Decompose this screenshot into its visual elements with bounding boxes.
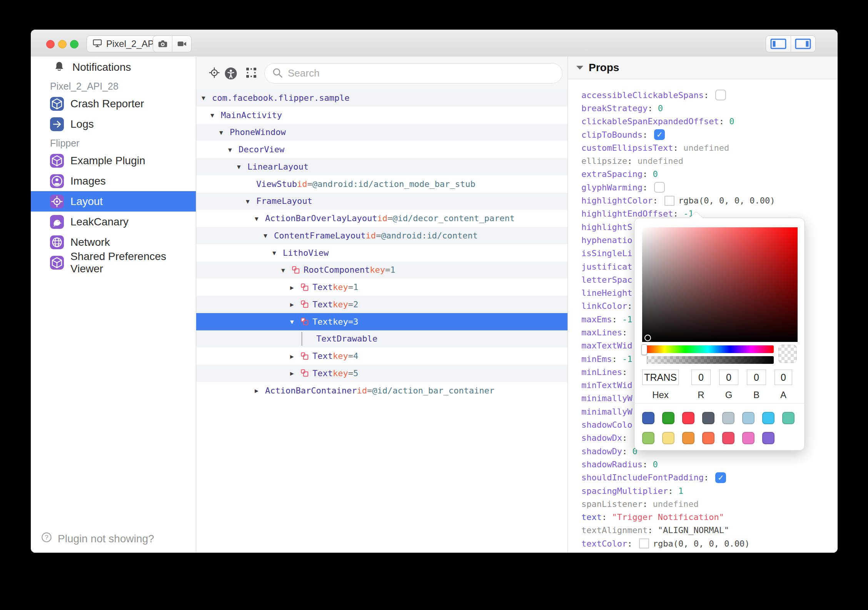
preset-color-swatch[interactable] (642, 412, 654, 424)
chevron-down-icon[interactable]: ▾ (237, 162, 247, 171)
sidebar-item-layout[interactable]: Layout (31, 191, 196, 212)
prop-checkbox-unchecked[interactable] (654, 182, 665, 193)
hue-slider-handle[interactable] (641, 344, 647, 355)
prop-checkbox-checked[interactable]: ✓ (654, 129, 665, 140)
element-name: Text (312, 282, 333, 292)
tree-row-decorview[interactable]: ▾DecorView (196, 141, 568, 158)
hue-slider[interactable] (642, 345, 774, 353)
sidebar-item-shared-preferences-viewer[interactable]: Shared Preferences Viewer (31, 252, 196, 273)
chevron-down-icon[interactable]: ▾ (281, 266, 292, 274)
zoom-window-button[interactable] (70, 40, 78, 48)
tree-row-phonewindow[interactable]: ▾PhoneWindow (196, 124, 568, 141)
tree-row-lithoview[interactable]: ▾LithoView (196, 244, 568, 262)
tree-row-text[interactable]: ▸Text key=5 (196, 365, 568, 382)
chevron-down-icon[interactable]: ▾ (272, 248, 283, 257)
preset-color-swatch[interactable] (682, 432, 694, 444)
preset-color-swatch[interactable] (762, 412, 775, 424)
select-element-button[interactable] (245, 67, 257, 80)
tree-row-text[interactable]: ▸Text key=4 (196, 347, 568, 365)
preset-color-swatch[interactable] (662, 412, 674, 424)
sidebar-item-crash-reporter[interactable]: Crash Reporter (31, 93, 196, 114)
sidebar-item-images[interactable]: Images (31, 171, 196, 191)
minimize-window-button[interactable] (58, 40, 67, 48)
chevron-right-icon[interactable]: ▸ (255, 386, 265, 395)
preset-color-swatch[interactable] (702, 412, 714, 424)
tree-row-textdrawable[interactable]: TextDrawable (196, 330, 568, 348)
sidebar-item-logs[interactable]: Logs (31, 114, 196, 134)
preset-color-swatch[interactable] (742, 412, 754, 424)
desktop: { "window": { "device": "Pixel_2_API_28"… (0, 0, 868, 610)
element-name: ActionBarOverlayLayout (265, 213, 377, 223)
preset-color-swatch[interactable] (662, 432, 674, 444)
plugin-help-link[interactable]: ? Plugin not showing? (40, 531, 154, 547)
tree-row-actionbaroverlaylayout[interactable]: ▾ActionBarOverlayLayout id=@id/decor_con… (196, 210, 568, 227)
chevron-right-icon[interactable]: ▸ (290, 352, 300, 360)
chevron-down-icon[interactable]: ▾ (290, 317, 300, 326)
alpha-slider-handle[interactable] (642, 356, 647, 364)
red-field: R (691, 370, 711, 400)
preset-color-swatch[interactable] (722, 412, 734, 424)
blue-input[interactable] (747, 370, 766, 385)
chevron-down-icon[interactable]: ▾ (210, 111, 221, 119)
chevron-down-icon[interactable]: ▾ (219, 128, 230, 137)
chevron-down-icon[interactable]: ▾ (228, 145, 239, 154)
green-input[interactable] (719, 370, 738, 385)
sidebar-item-example-plugin[interactable]: Example Plugin (31, 150, 196, 171)
tree-row-contentframelayout[interactable]: ▾ContentFrameLayout id=@android:id/conte… (196, 227, 568, 244)
props-header[interactable]: Props (568, 57, 838, 79)
screenshot-button[interactable] (153, 36, 172, 52)
tree-row-com-facebook-flipper-sample[interactable]: ▾com.facebook.flipper.sample (196, 89, 568, 107)
sidebar-item-notifications[interactable]: Notifications (31, 57, 196, 77)
chevron-down-icon[interactable]: ▾ (246, 197, 256, 205)
tree-row-text[interactable]: ▸Text key=2 (196, 296, 568, 313)
close-window-button[interactable] (46, 40, 55, 48)
prop-color-swatch[interactable] (639, 538, 649, 548)
sidebar-item-network[interactable]: Network (31, 232, 196, 252)
search-input[interactable] (287, 67, 562, 80)
target-mode-button[interactable] (208, 67, 220, 80)
prop-checkbox-checked[interactable]: ✓ (715, 472, 726, 483)
tree-row-rootcomponent[interactable]: ▾RootComponent key=1 (196, 262, 568, 279)
tree-row-linearlayout[interactable]: ▾LinearLayout (196, 158, 568, 175)
preset-color-swatch[interactable] (682, 412, 694, 424)
tree-row-framelayout[interactable]: ▾FrameLayout (196, 193, 568, 210)
chevron-down-icon[interactable]: ▾ (255, 214, 265, 223)
green-label: G (719, 390, 738, 400)
element-name: Text (312, 317, 333, 327)
tree-row-mainactivity[interactable]: ▾MainActivity (196, 107, 568, 124)
layout-inspector-panel: ▾com.facebook.flipper.sample▾MainActivit… (196, 57, 568, 553)
chevron-right-icon[interactable]: ▸ (290, 300, 300, 308)
preset-color-swatch[interactable] (642, 432, 654, 444)
saturation-value-area[interactable] (642, 227, 798, 342)
toggle-left-sidebar-button[interactable] (766, 36, 791, 52)
search-bar (264, 63, 563, 83)
tree-row-viewstub[interactable]: ViewStub id=@android:id/action_mode_bar_… (196, 175, 568, 193)
hex-input[interactable] (642, 370, 679, 385)
color-cursor[interactable] (644, 335, 651, 341)
toggle-right-sidebar-button[interactable] (791, 36, 816, 52)
preset-color-swatch[interactable] (722, 432, 734, 444)
preset-color-swatch[interactable] (702, 432, 714, 444)
accessibility-mode-button[interactable] (224, 67, 238, 82)
litho-component-icon (300, 300, 309, 308)
red-input[interactable] (691, 370, 711, 385)
chevron-down-icon[interactable]: ▾ (264, 231, 274, 240)
chevron-right-icon[interactable]: ▸ (290, 369, 300, 377)
preset-color-swatch[interactable] (782, 412, 795, 424)
plugin-sidebar: Notifications Pixel_2_API_28 Crash Repor… (31, 57, 196, 553)
preset-color-swatch[interactable] (762, 432, 775, 444)
tree-row-actionbarcontainer[interactable]: ▸ActionBarContainer id=@id/action_bar_co… (196, 382, 568, 399)
screen-record-button[interactable] (172, 36, 191, 52)
blue-label: B (747, 390, 766, 400)
tree-row-text[interactable]: ▾Text key=3 (196, 313, 568, 330)
prop-color-swatch[interactable] (664, 196, 674, 206)
alpha-input[interactable] (775, 370, 792, 385)
prop-checkbox-unchecked[interactable] (715, 90, 726, 100)
chevron-down-icon[interactable]: ▾ (202, 93, 212, 102)
preset-color-swatch[interactable] (742, 432, 754, 444)
tree-row-text[interactable]: ▸Text key=1 (196, 278, 568, 296)
chevron-right-icon[interactable]: ▸ (290, 283, 300, 292)
sidebar-item-leakcanary[interactable]: LeakCanary (31, 212, 196, 232)
prop-key: extraSpacing (581, 169, 643, 179)
alpha-slider[interactable] (642, 356, 774, 364)
